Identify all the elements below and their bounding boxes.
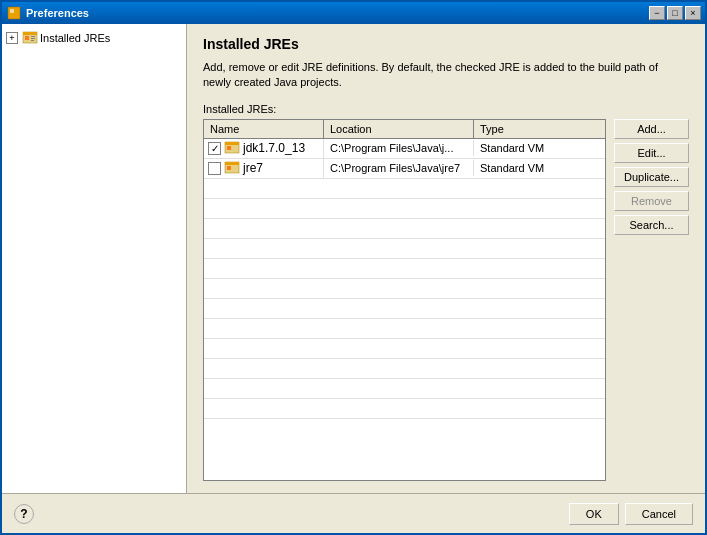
jre-checkbox-1[interactable] bbox=[208, 162, 221, 175]
td-type-1: Standard VM bbox=[474, 160, 564, 176]
page-title: Installed JREs bbox=[203, 36, 689, 52]
title-bar-controls: − □ × bbox=[649, 6, 701, 20]
main-content: Installed JREs Add, remove or edit JRE d… bbox=[187, 24, 705, 493]
sidebar-item-installed-jres[interactable]: + Installed JREs bbox=[2, 28, 186, 48]
table-row-empty bbox=[204, 219, 605, 239]
table-row[interactable]: jre7 C:\Program Files\Java\jre7 Standard… bbox=[204, 159, 605, 179]
table-row-empty bbox=[204, 279, 605, 299]
jre-icon-0 bbox=[224, 140, 240, 156]
td-location-0: C:\Program Files\Java\j... bbox=[324, 140, 474, 156]
ok-button[interactable]: OK bbox=[569, 503, 619, 525]
cancel-button[interactable]: Cancel bbox=[625, 503, 693, 525]
jre-name-1: jre7 bbox=[243, 161, 263, 175]
svg-rect-6 bbox=[31, 38, 35, 39]
title-bar: Preferences − □ × bbox=[2, 2, 705, 24]
table-row-empty bbox=[204, 299, 605, 319]
minimize-button[interactable]: − bbox=[649, 6, 665, 20]
search-button[interactable]: Search... bbox=[614, 215, 689, 235]
table-row-empty bbox=[204, 239, 605, 259]
table-row-empty bbox=[204, 379, 605, 399]
help-button[interactable]: ? bbox=[14, 504, 34, 524]
td-type-0: Standard VM bbox=[474, 140, 564, 156]
section-label: Installed JREs: bbox=[203, 103, 689, 115]
window-body: + Installed JREs Installed JREs Add, rem… bbox=[2, 24, 705, 493]
window-title: Preferences bbox=[26, 7, 649, 19]
content-row: Name Location Type bbox=[203, 119, 689, 481]
table-row-empty bbox=[204, 359, 605, 379]
duplicate-button[interactable]: Duplicate... bbox=[614, 167, 689, 187]
col-header-location: Location bbox=[324, 120, 474, 138]
table-row-empty bbox=[204, 199, 605, 219]
svg-rect-4 bbox=[25, 36, 29, 40]
td-name-0: jdk1.7.0_13 bbox=[204, 139, 324, 159]
add-button[interactable]: Add... bbox=[614, 119, 689, 139]
td-name-1: jre7 bbox=[204, 158, 324, 178]
edit-button[interactable]: Edit... bbox=[614, 143, 689, 163]
table-body: jdk1.7.0_13 C:\Program Files\Java\j... S… bbox=[204, 139, 605, 480]
jre-checkbox-0[interactable] bbox=[208, 142, 221, 155]
table-row-empty bbox=[204, 319, 605, 339]
table-row-empty bbox=[204, 259, 605, 279]
description: Add, remove or edit JRE definitions. By … bbox=[203, 60, 689, 91]
remove-button[interactable]: Remove bbox=[614, 191, 689, 211]
svg-rect-10 bbox=[227, 146, 231, 150]
svg-rect-7 bbox=[31, 40, 34, 41]
table-row-empty bbox=[204, 339, 605, 359]
sidebar-item-label: Installed JREs bbox=[40, 32, 110, 44]
table-row-empty bbox=[204, 179, 605, 199]
td-location-1: C:\Program Files\Java\jre7 bbox=[324, 160, 474, 176]
svg-rect-1 bbox=[10, 9, 14, 13]
col-header-name: Name bbox=[204, 120, 324, 138]
installed-jres-icon bbox=[22, 30, 38, 46]
maximize-button[interactable]: □ bbox=[667, 6, 683, 20]
sidebar: + Installed JREs bbox=[2, 24, 187, 493]
col-header-type: Type bbox=[474, 120, 564, 138]
svg-rect-3 bbox=[23, 32, 37, 35]
jre-table: Name Location Type bbox=[203, 119, 606, 481]
bottom-buttons: OK Cancel bbox=[569, 503, 693, 525]
close-button[interactable]: × bbox=[685, 6, 701, 20]
bottom-bar: ? OK Cancel bbox=[2, 493, 705, 533]
table-row[interactable]: jdk1.7.0_13 C:\Program Files\Java\j... S… bbox=[204, 139, 605, 159]
jre-icon-1 bbox=[224, 160, 240, 176]
side-buttons: Add... Edit... Duplicate... Remove Searc… bbox=[614, 119, 689, 481]
svg-rect-9 bbox=[225, 142, 239, 145]
svg-rect-5 bbox=[31, 36, 35, 37]
table-row-empty bbox=[204, 399, 605, 419]
svg-rect-12 bbox=[225, 162, 239, 165]
table-header: Name Location Type bbox=[204, 120, 605, 139]
jre-name-0: jdk1.7.0_13 bbox=[243, 141, 305, 155]
expand-icon[interactable]: + bbox=[6, 32, 18, 44]
preferences-window: Preferences − □ × + Installed JREs bbox=[0, 0, 707, 535]
svg-rect-13 bbox=[227, 166, 231, 170]
window-icon bbox=[6, 5, 22, 21]
